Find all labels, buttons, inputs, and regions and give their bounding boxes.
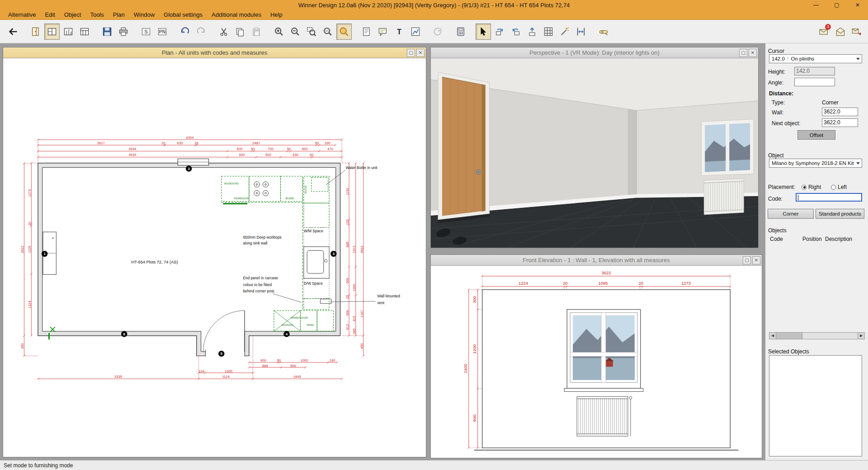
zoom-extents-button[interactable]: [336, 24, 352, 40]
window: [701, 119, 754, 176]
selected-objects-list[interactable]: [769, 355, 862, 456]
room-view-button[interactable]: [28, 24, 43, 40]
grid-button[interactable]: [541, 24, 556, 40]
perspective-window-titlebar[interactable]: Perspective - 1 (VR Mode): Day (interior…: [431, 47, 758, 58]
item-list-button[interactable]: [359, 24, 374, 40]
plan-maximize-button[interactable]: ▢: [407, 49, 415, 57]
placement-left-radio[interactable]: Left: [831, 184, 847, 190]
note-button[interactable]: [375, 24, 391, 40]
perspective-canvas[interactable]: [431, 58, 758, 248]
svg-text:26: 26: [195, 141, 198, 145]
svg-text:along sink wall: along sink wall: [243, 241, 267, 245]
elevation-window-titlebar[interactable]: Front Elevation - 1 : Wall - 1, Elevatio…: [431, 255, 762, 266]
inbox-button[interactable]: [833, 24, 848, 40]
corner-button[interactable]: Corner: [768, 209, 814, 219]
print-button[interactable]: [116, 24, 131, 40]
cut-button[interactable]: [216, 24, 231, 40]
rotate-right-button[interactable]: [508, 24, 524, 40]
offset-button[interactable]: Offset: [797, 130, 835, 140]
wall-distance-field[interactable]: 3622.0: [822, 108, 858, 116]
menu-item-edit[interactable]: Edit: [40, 10, 59, 19]
redo-button[interactable]: [193, 24, 209, 40]
objects-horizontal-scrollbar[interactable]: ◀ ▶: [769, 332, 865, 339]
objects-col-code: Code: [770, 236, 783, 242]
perspective-maximize-button[interactable]: ▢: [739, 49, 747, 57]
perspective-close-button[interactable]: ✕: [749, 49, 757, 57]
elevation-close-button[interactable]: ✕: [752, 256, 760, 264]
measure-button[interactable]: [596, 24, 611, 40]
standard-products-button[interactable]: Standard products: [816, 209, 864, 219]
svg-text:PN: PN: [159, 29, 165, 34]
svg-text:1972: 1972: [352, 246, 356, 254]
plan-close-button[interactable]: ✕: [416, 49, 425, 57]
report-button[interactable]: [408, 24, 423, 40]
cursor-section-title: Cursor: [768, 48, 784, 54]
plan-window-titlebar[interactable]: Plan - All units with codes and measures…: [3, 47, 426, 58]
sales-mode-button[interactable]: S: [138, 24, 154, 40]
scroll-right-icon[interactable]: ▶: [858, 333, 864, 339]
undo-button[interactable]: [177, 24, 193, 40]
spacing-button[interactable]: [573, 24, 589, 40]
scrollbar-thumb[interactable]: [776, 333, 802, 339]
text-button[interactable]: T: [392, 24, 407, 40]
elevation-maximize-button[interactable]: ▢: [743, 256, 751, 264]
titlebar[interactable]: Winner Design 12.0a6 (Nov 2 2020) [92943…: [0, 0, 868, 10]
menu-item-help[interactable]: Help: [266, 10, 287, 19]
front-elevation-button[interactable]: [61, 24, 76, 40]
svg-text:25: 25: [345, 295, 349, 299]
svg-text:500: 500: [237, 147, 243, 151]
angle-field[interactable]: [794, 78, 835, 86]
menu-item-plan[interactable]: Plan: [108, 10, 129, 19]
placement-right-radio[interactable]: Right: [802, 184, 821, 190]
elevation-canvas[interactable]: 3622122420108520127330012009002400: [431, 266, 762, 458]
zoom-window-button[interactable]: [304, 24, 319, 40]
svg-text:2400: 2400: [463, 364, 468, 373]
code-input[interactable]: [796, 193, 862, 202]
back-button[interactable]: [5, 24, 21, 40]
object-dropdown[interactable]: Milano by Symphony 2018-2 EN Kit: [769, 159, 862, 168]
menu-item-global-settings[interactable]: Global settings: [159, 10, 207, 19]
perspective-window: Perspective - 1 (VR Mode): Day (interior…: [430, 47, 759, 248]
copy-button[interactable]: [232, 24, 248, 40]
window-title: Winner Design 12.0a6 (Nov 2 2020) [92943…: [0, 2, 868, 9]
auto-select-button[interactable]: [557, 24, 572, 40]
height-field[interactable]: 142.0: [794, 67, 835, 75]
zoom-actual-button[interactable]: 1:1: [320, 24, 335, 40]
menu-item-object[interactable]: Object: [60, 10, 86, 19]
calculator-button[interactable]: [453, 24, 468, 40]
plan-view-button[interactable]: [44, 24, 60, 40]
raise-object-button[interactable]: [524, 24, 540, 40]
select-button[interactable]: [476, 24, 491, 40]
type-label: Type:: [772, 99, 785, 106]
plan-canvas[interactable]: 6304261720630262487503303934500507005060…: [3, 58, 426, 457]
chevron-down-icon: [856, 162, 860, 164]
rotate-left-button[interactable]: [492, 24, 507, 40]
menu-item-window[interactable]: Window: [129, 10, 159, 19]
refresh-button[interactable]: [430, 24, 446, 40]
pn-mode-button[interactable]: PN: [155, 24, 170, 40]
minimize-button[interactable]: —: [806, 0, 826, 10]
close-button[interactable]: ✕: [847, 0, 868, 10]
maximize-button[interactable]: ▢: [826, 0, 847, 10]
scroll-left-icon[interactable]: ◀: [769, 333, 776, 339]
zoom-in-button[interactable]: [271, 24, 287, 40]
menu-item-additional-modules[interactable]: Additional modules: [207, 10, 266, 19]
paste-button[interactable]: [249, 24, 264, 40]
messages-button[interactable]: 3: [816, 24, 832, 40]
zoom-out-button[interactable]: [288, 24, 303, 40]
svg-text:450: 450: [20, 343, 24, 348]
object-section-title: Object: [768, 152, 784, 159]
status-text: Set mode to furnishing mode: [4, 462, 73, 469]
menu-item-alternative[interactable]: Alternative: [4, 10, 40, 19]
send-button[interactable]: [849, 24, 864, 40]
svg-text:124: 124: [198, 369, 204, 373]
type-value: Corner: [822, 99, 839, 106]
save-button[interactable]: [99, 24, 115, 40]
next-object-field[interactable]: 3622.0: [822, 118, 858, 127]
cursor-position-dropdown[interactable]: 142.0 ↑ On plinths: [769, 54, 862, 63]
svg-text:50: 50: [277, 358, 281, 362]
menu-item-tools[interactable]: Tools: [85, 10, 108, 19]
all-elevations-button[interactable]: [77, 24, 92, 40]
svg-text:behind corner post.: behind corner post.: [243, 289, 275, 293]
svg-text:1192: 1192: [345, 188, 349, 195]
